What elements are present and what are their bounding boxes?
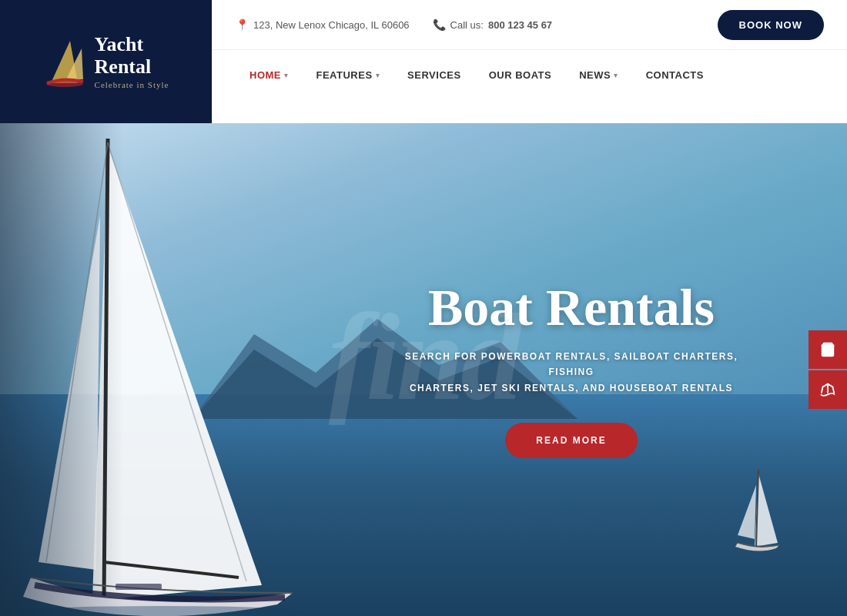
phone-number: 800 123 45 67 (488, 19, 552, 31)
svg-marker-6 (38, 216, 100, 570)
nav-item-features[interactable]: FEATURES ▾ (303, 69, 394, 81)
nav-item-services[interactable]: SERVICES (393, 69, 475, 81)
nav-bar: HOME ▾ FEATURES ▾ SERVICES OUR BOATS NEW… (213, 50, 847, 100)
svg-point-2 (46, 81, 83, 87)
nav-label-our-boats: OUR BOATS (489, 69, 552, 81)
address-text: 123, New Lenox Chicago, IL 60606 (253, 19, 410, 31)
nav-item-home[interactable]: HOME ▾ (236, 69, 303, 81)
nav-item-our-boats[interactable]: OUR BOATS (475, 69, 566, 81)
side-buttons (808, 330, 847, 409)
read-more-button[interactable]: READ MORE (505, 423, 637, 458)
nav-label-features: FEATURES (316, 69, 373, 81)
phone-info: 📞 Call us: 800 123 45 67 (433, 18, 553, 31)
logo-text: Yacht Rental Celebrate in Style (95, 34, 169, 89)
location-icon: 📍 (236, 18, 249, 31)
cart-icon (819, 341, 836, 358)
logo-subtitle: Celebrate in Style (95, 80, 169, 89)
top-bar: 📍 123, New Lenox Chicago, IL 60606 📞 Cal… (213, 0, 847, 50)
phone-icon: 📞 (433, 18, 446, 31)
boat-icon (819, 381, 836, 398)
svg-marker-5 (92, 146, 262, 601)
logo-area: Yacht Rental Celebrate in Style (0, 0, 212, 123)
nav-item-contacts[interactable]: CONTACTS (632, 69, 718, 81)
nav-label-news: NEWS (579, 69, 611, 81)
svg-marker-14 (738, 485, 756, 539)
address-info: 📍 123, New Lenox Chicago, IL 60606 (236, 18, 410, 31)
nav-label-home: HOME (249, 69, 281, 81)
cart-button[interactable] (808, 330, 847, 369)
hero-title: Boat Rentals (387, 281, 756, 333)
chevron-down-icon: ▾ (614, 72, 618, 79)
svg-rect-9 (116, 584, 162, 590)
nav-label-services: SERVICES (407, 69, 461, 81)
small-yacht (732, 462, 785, 554)
nav-area: 📍 123, New Lenox Chicago, IL 60606 📞 Cal… (212, 0, 847, 123)
chevron-down-icon: ▾ (376, 72, 380, 79)
logo-title: Yacht Rental (95, 34, 169, 78)
book-now-button[interactable]: BOOK NOW (718, 10, 824, 40)
main-yacht (0, 123, 331, 616)
hero-subtitle: SEARCH FOR POWERBOAT RENTALS, SAILBOAT C… (387, 349, 756, 396)
nav-item-news[interactable]: NEWS ▾ (565, 69, 632, 81)
nav-label-contacts: CONTACTS (646, 69, 704, 81)
svg-point-12 (15, 606, 308, 616)
boat-button[interactable] (808, 370, 847, 409)
logo-icon (43, 37, 85, 87)
hero-content: Boat Rentals SEARCH FOR POWERBOAT RENTAL… (387, 281, 756, 458)
header: Yacht Rental Celebrate in Style 📍 123, N… (0, 0, 847, 123)
chevron-down-icon: ▾ (284, 72, 289, 79)
hero-section: find Boat Rentals SEARCH FOR POWERBOAT R… (0, 123, 847, 616)
phone-label: Call us: (450, 19, 484, 31)
